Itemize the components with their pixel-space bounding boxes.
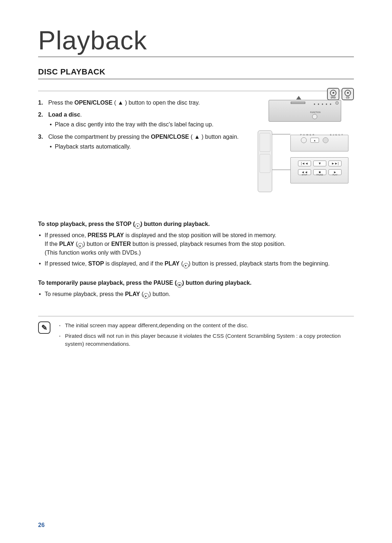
step-text: . — [80, 112, 82, 118]
note-icon — [38, 321, 50, 334]
bullet-bold: PLAY — [125, 291, 140, 297]
content-row: Press the OPEN/CLOSE ( ▲ ) button to ope… — [38, 91, 354, 194]
skip-back-button-icon: |◄◄ — [298, 161, 311, 166]
heading-text: To stop playback, press the — [38, 221, 116, 227]
page-number: 26 — [38, 522, 45, 528]
note-list: The initial screen may appear different,… — [58, 321, 354, 350]
stop-bullet-1: If pressed once, PRESS PLAY is displayed… — [38, 231, 354, 258]
pause-heading: To temporarily pause playback, press the… — [38, 279, 354, 288]
stop-bullet-2: If pressed twice, STOP is displayed, and… — [38, 259, 354, 268]
bullet-text: ( — [180, 260, 183, 267]
step-3: Close the compartment by pressing the OP… — [38, 133, 247, 151]
illustrations: ● ● ● ● ● FUNCTION POWER EJECT ▲ — [256, 98, 354, 194]
bullet-text: To resume playback, press the — [45, 291, 125, 297]
dvd-disc-icon: DVD — [327, 88, 339, 100]
note-item: Pirated discs will not run in this playe… — [58, 332, 354, 348]
eject-button-icon — [312, 114, 317, 119]
heading-text: STOP — [116, 221, 131, 227]
step-text: Press the — [48, 100, 74, 106]
remote-illustration: POWER EJECT ▲ |◄◄ ▼ ►►| ◄◄ — [258, 129, 352, 194]
cd-disc-icon: CD — [342, 88, 354, 100]
cd-label: CD — [346, 96, 349, 99]
step-bold: Load a disc — [48, 112, 80, 118]
note-item: The initial screen may appear different,… — [58, 321, 354, 330]
stop-small-label: STOP — [298, 174, 311, 176]
bullet-text: ) button is pressed, playback starts fro… — [189, 260, 330, 267]
bullet-bold: ENTER — [111, 241, 131, 247]
power-button-icon — [301, 137, 307, 143]
pause-icon — [177, 282, 182, 288]
pause-small-label: PAUSE — [313, 174, 326, 176]
bullet-text: If the — [45, 241, 59, 247]
eject-button-icon: ▲ — [310, 138, 319, 143]
function-label: FUNCTION — [310, 111, 320, 113]
remote-outline — [258, 130, 272, 192]
disc-tray-icon — [291, 102, 305, 104]
note-box: The initial screen may appear different,… — [38, 316, 354, 350]
bullet-text: is displayed, and if the — [104, 260, 164, 267]
eject-label: EJECT — [330, 134, 344, 136]
step-bold: OPEN/CLOSE — [74, 100, 113, 106]
disc-type-icons: DVD CD — [327, 88, 354, 100]
bullet-bold: PRESS PLAY — [87, 232, 124, 238]
volume-knob-icon — [335, 101, 339, 105]
bullet-text: ) button. — [149, 291, 170, 297]
function-button-icon — [323, 137, 328, 143]
stop-heading: To stop playback, press the STOP () butt… — [38, 220, 354, 229]
step-sub: Playback starts automatically. — [48, 142, 247, 151]
step-list: Press the OPEN/CLOSE ( ▲ ) button to ope… — [38, 98, 247, 194]
heading-text: ( — [131, 221, 135, 227]
bullet-bold: PLAY — [165, 260, 180, 267]
stop-section: To stop playback, press the STOP () butt… — [38, 220, 354, 299]
bullet-bold: PLAY — [59, 241, 74, 247]
play-icon — [183, 263, 189, 268]
pause-bullet-1: To resume playback, press the PLAY () bu… — [38, 290, 354, 299]
manual-page: Playback DISC PLAYBACK DVD CD Press the … — [0, 0, 392, 543]
indicator-dots: ● ● ● ● ● — [314, 102, 332, 106]
remote-zoom-bottom: |◄◄ ▼ ►►| ◄◄ ■ ► STOP PAUSE PLAY — [290, 157, 348, 183]
step-sub: Place a disc gently into the tray with t… — [48, 120, 247, 129]
bullet-text: ( — [140, 291, 144, 297]
heading-text: ) button during playback. — [140, 221, 210, 227]
heading-text: PAUSE ( — [154, 280, 177, 286]
bullet-text: If pressed twice, — [45, 260, 88, 267]
bullet-bold: STOP — [88, 260, 104, 267]
bullet-text: ) button or — [83, 241, 111, 247]
step-text: ( ▲ ) button to open the disc tray. — [113, 100, 200, 106]
skip-fwd-button-icon: ►►| — [328, 161, 342, 166]
step-1: Press the OPEN/CLOSE ( ▲ ) button to ope… — [38, 98, 247, 107]
dvd-label: DVD — [331, 96, 336, 99]
tuning-down-button-icon: ▼ — [313, 161, 326, 166]
callout-line — [272, 170, 290, 170]
play-icon — [143, 293, 149, 299]
power-label: POWER — [300, 134, 316, 136]
step-2: Load a disc. Place a disc gently into th… — [38, 110, 247, 129]
step-bold: OPEN/CLOSE — [151, 134, 189, 140]
insert-arrow-icon — [296, 96, 301, 100]
remote-zoom-top: POWER EJECT ▲ — [290, 135, 348, 151]
step-text: Close the compartment by pressing the — [48, 134, 151, 140]
player-illustration: ● ● ● ● ● FUNCTION — [269, 100, 341, 122]
bullet-text: is displayed and the stop position will … — [124, 232, 276, 238]
stop-icon — [135, 223, 140, 229]
heading-text: To temporarily pause playback, press the — [38, 280, 154, 286]
bullet-text: If pressed once, — [45, 232, 87, 238]
heading-text: ) button during playback. — [182, 280, 252, 286]
main-title: Playback — [38, 25, 354, 57]
bullet-text: button is pressed, playback resumes from… — [131, 241, 286, 247]
play-small-label: PLAY — [328, 174, 342, 176]
play-icon — [78, 243, 83, 248]
bullet-text: (This function works only with DVDs.) — [45, 250, 141, 256]
callout-line — [272, 134, 290, 134]
bullet-text: ( — [74, 241, 78, 247]
section-title: DISC PLAYBACK — [38, 67, 354, 79]
step-text: ( ▲ ) button again. — [189, 134, 239, 140]
